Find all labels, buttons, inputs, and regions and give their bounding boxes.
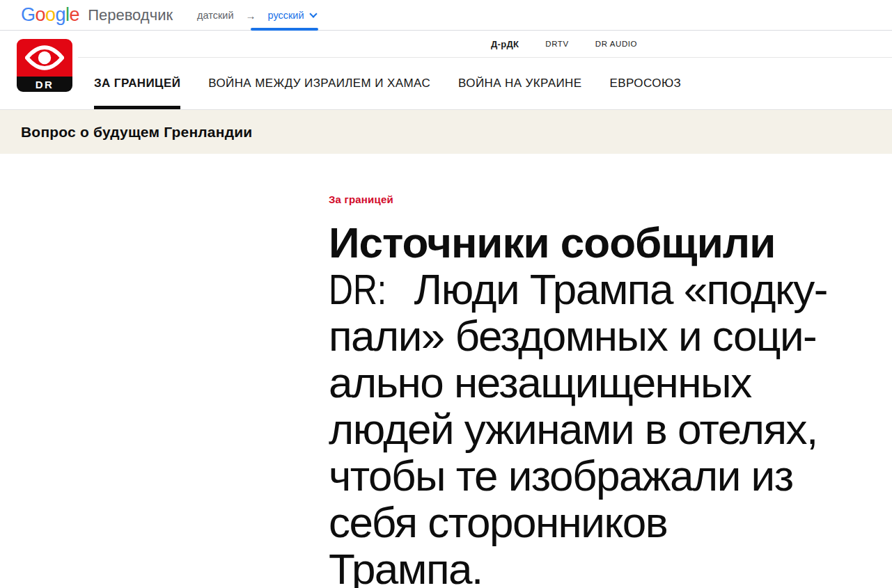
headline-bold-segment: Источники сообщили bbox=[329, 218, 775, 267]
chevron-down-icon bbox=[309, 10, 317, 17]
nav-item-eu[interactable]: ЕВРОСОЮЗ bbox=[609, 58, 681, 109]
nav-item-abroad[interactable]: ЗА ГРАНИЦЕЙ bbox=[94, 58, 180, 109]
nav-item-war-in-ukraine[interactable]: ВОЙНА НА УКРАИНЕ bbox=[458, 58, 581, 109]
headline-dr-segment: DR: bbox=[329, 266, 386, 312]
dr-site-header: DR Д-рДК DRTV DR AUDIO ЗА ГРАНИЦЕЙ ВОЙНА… bbox=[0, 31, 892, 110]
google-letter: g bbox=[56, 4, 66, 25]
article-content: За границей Источники сообщили DR: Люди … bbox=[0, 154, 892, 588]
utility-link-draudio[interactable]: DR AUDIO bbox=[595, 40, 637, 48]
utility-links-row: Д-рДК DRTV DR AUDIO bbox=[78, 31, 892, 58]
arrow-right-icon: → bbox=[245, 10, 256, 22]
main-navigation: ЗА ГРАНИЦЕЙ ВОЙНА МЕЖДУ ИЗРАИЛЕМ И ХАМАС… bbox=[78, 58, 892, 109]
header-right: Д-рДК DRTV DR AUDIO ЗА ГРАНИЦЕЙ ВОЙНА МЕ… bbox=[78, 31, 892, 109]
google-letter: o bbox=[45, 4, 56, 25]
google-letter: e bbox=[70, 4, 80, 25]
google-translate-bar: Google Переводчик датский → русский bbox=[0, 0, 892, 31]
dr-logo-wordmark: DR bbox=[17, 77, 72, 92]
topic-bar[interactable]: Вопрос о будущем Гренландии bbox=[0, 110, 892, 154]
target-language-button[interactable]: русский bbox=[267, 10, 315, 21]
article-headline: Источники сообщили DR: Люди Трампа «подк… bbox=[329, 219, 858, 588]
dr-logo[interactable]: DR bbox=[17, 39, 72, 92]
topic-bar-label: Вопрос о будущем Гренландии bbox=[21, 124, 252, 141]
google-logo[interactable]: Google bbox=[21, 4, 79, 26]
dr-logo-red-panel bbox=[17, 39, 72, 77]
utility-link-drdk[interactable]: Д-рДК bbox=[491, 39, 519, 49]
dr-eye-icon bbox=[25, 45, 64, 70]
nav-item-israel-hamas-war[interactable]: ВОЙНА МЕЖДУ ИЗРАИЛЕМ И ХАМАС bbox=[208, 58, 430, 109]
google-letter: o bbox=[36, 4, 46, 25]
language-selector: датский → русский bbox=[197, 0, 316, 31]
headline-rest-segment: Люди Трампа «подку- пали» бездомных и со… bbox=[329, 265, 827, 588]
article-kicker: За границей bbox=[329, 193, 864, 205]
source-language-button[interactable]: датский bbox=[197, 10, 233, 21]
translate-product-name: Переводчик bbox=[88, 6, 173, 24]
utility-link-drtv[interactable]: DRTV bbox=[545, 40, 569, 48]
google-letter: G bbox=[21, 4, 36, 25]
target-language-label: русский bbox=[267, 10, 304, 21]
